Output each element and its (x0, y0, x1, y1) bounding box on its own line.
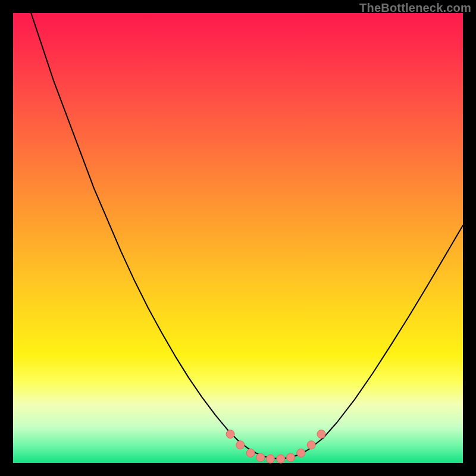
curve-marker (277, 455, 285, 463)
curve-marker (246, 449, 255, 457)
watermark-text: TheBottleneck.com (359, 1, 471, 15)
chart-frame: TheBottleneck.com (0, 0, 476, 476)
chart-svg (13, 13, 463, 463)
curve-marker (266, 455, 274, 463)
plot-area (13, 13, 463, 463)
curve-marker (317, 430, 325, 439)
curve-marker (297, 449, 305, 457)
bottleneck-curve (13, 0, 463, 458)
curve-marker (236, 441, 245, 449)
curve-marker (226, 430, 234, 439)
curve-marker (307, 441, 315, 449)
curve-marker (256, 453, 265, 462)
curve-marker (287, 453, 295, 462)
